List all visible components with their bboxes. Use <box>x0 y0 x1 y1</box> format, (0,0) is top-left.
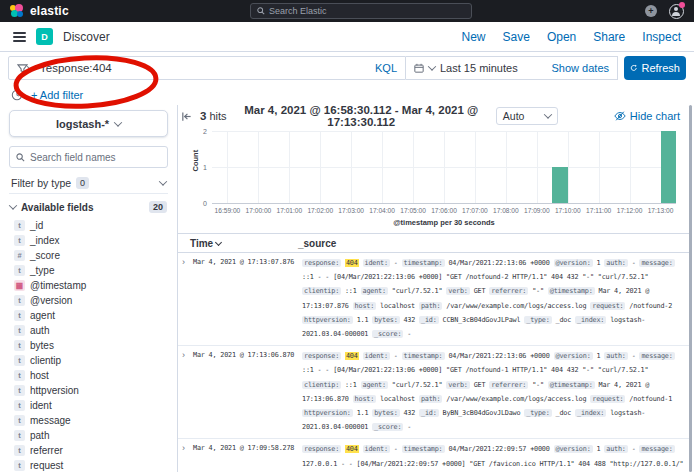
appbar-action-inspect[interactable]: Inspect <box>642 30 681 44</box>
field-search-input[interactable]: Search field names <box>9 146 168 168</box>
field-label-badge: response: <box>302 259 341 267</box>
field-item-request[interactable]: trequest <box>9 458 168 472</box>
field-label-badge: response: <box>302 445 341 453</box>
text-field-icon: t <box>14 385 25 396</box>
field-item-_score[interactable]: #_score <box>9 248 168 263</box>
field-label-badge: timestamp: <box>402 445 445 453</box>
field-item-@timestamp[interactable]: ▦@timestamp <box>9 278 168 293</box>
field-item-path[interactable]: tpath <box>9 428 168 443</box>
appbar-action-save[interactable]: Save <box>503 30 530 44</box>
row-source: response: 404 ident: - timestamp: 04/Mar… <box>302 442 689 472</box>
appbar-action-open[interactable]: Open <box>547 30 576 44</box>
discover-app-badge[interactable]: D <box>36 28 53 45</box>
table-row[interactable]: ›Mar 4, 2021 @ 17:13:06.870response: 404… <box>178 346 689 439</box>
hide-chart-button[interactable]: Hide chart <box>614 110 680 122</box>
row-source: response: 404 ident: - timestamp: 04/Mar… <box>302 349 689 434</box>
index-pattern-select[interactable]: logstash-* <box>9 110 168 137</box>
y-axis-label: Count <box>191 150 200 172</box>
expand-row-icon[interactable]: › <box>178 256 193 341</box>
top-nav: elastic Search Elastic + <box>0 0 694 22</box>
filter-by-type-button[interactable]: Filter by type 0 <box>9 172 168 194</box>
histogram-bar[interactable] <box>661 131 676 203</box>
field-label-badge: httpversion: <box>302 409 353 417</box>
field-label-badge: verb: <box>446 381 469 389</box>
field-label-badge: referrer: <box>489 381 528 389</box>
appbar-actions: NewSaveOpenShareInspect <box>462 30 681 44</box>
field-label-badge: httpversion: <box>302 316 353 324</box>
field-label-badge: message: <box>639 445 674 453</box>
field-item-_id[interactable]: t_id <box>9 218 168 233</box>
calendar-icon[interactable] <box>414 63 424 73</box>
field-item-ident[interactable]: tident <box>9 398 168 413</box>
field-label-badge: bytes: <box>372 409 399 417</box>
saved-query-clock-icon[interactable] <box>11 89 23 101</box>
field-search-placeholder: Search field names <box>30 152 116 163</box>
field-item-_type[interactable]: t_type <box>9 263 168 278</box>
field-item-httpversion[interactable]: thttpversion <box>9 383 168 398</box>
field-name: httpversion <box>30 385 79 396</box>
field-name: path <box>30 430 49 441</box>
field-name: referrer <box>30 445 63 456</box>
filter-icon[interactable] <box>17 63 28 74</box>
time-column-header[interactable]: Time <box>178 238 298 249</box>
user-avatar[interactable] <box>669 4 684 19</box>
field-item-bytes[interactable]: tbytes <box>9 338 168 353</box>
brand-text: elastic <box>30 4 69 18</box>
content: logstash-* Search field names Filter by … <box>0 105 694 472</box>
field-label-badge: clientip: <box>302 287 341 295</box>
field-item-host[interactable]: thost <box>9 368 168 383</box>
field-name: @timestamp <box>30 280 86 291</box>
histogram-chart: Count @timestamp per 30 seconds 16:59:00… <box>178 127 694 233</box>
text-field-icon: t <box>14 400 25 411</box>
query-input[interactable]: response:404 KQL <box>8 56 406 80</box>
expand-row-icon[interactable]: › <box>178 442 193 472</box>
field-item-agent[interactable]: tagent <box>9 308 168 323</box>
chevron-down-icon <box>9 201 17 209</box>
global-search-input[interactable]: Search Elastic <box>250 3 472 19</box>
field-name: @version <box>30 295 72 306</box>
field-label-badge: agent: <box>361 381 388 389</box>
time-range-value[interactable]: Last 15 minutes <box>440 62 518 74</box>
help-icon[interactable]: + <box>645 5 657 17</box>
date-picker[interactable]: Last 15 minutes Show dates <box>406 56 618 80</box>
field-label-badge: @timestamp: <box>548 381 595 389</box>
appbar-action-share[interactable]: Share <box>593 30 625 44</box>
interval-select[interactable]: Auto <box>496 107 558 125</box>
field-label-badge: timestamp: <box>402 259 445 267</box>
available-fields-header[interactable]: Available fields 20 <box>9 201 168 213</box>
field-item-message[interactable]: tmessage <box>9 413 168 428</box>
x-tick-label: 16:59:00 <box>215 207 241 214</box>
field-item-referrer[interactable]: treferrer <box>9 443 168 458</box>
highlighted-value: 404 <box>345 445 359 453</box>
text-field-icon: t <box>14 265 25 276</box>
query-language-button[interactable]: KQL <box>375 62 397 74</box>
refresh-label: Refresh <box>641 62 680 74</box>
show-dates-button[interactable]: Show dates <box>552 62 609 74</box>
field-item-_index[interactable]: t_index <box>9 233 168 248</box>
main-panel: 3 hits Mar 4, 2021 @ 16:58:30.112 - Mar … <box>178 105 694 472</box>
field-label-badge: request: <box>590 395 625 403</box>
vertical-scrollbar[interactable] <box>689 105 692 472</box>
field-item-clientip[interactable]: tclientip <box>9 353 168 368</box>
field-item-auth[interactable]: tauth <box>9 323 168 338</box>
text-field-icon: t <box>14 340 25 351</box>
field-item-@version[interactable]: t@version <box>9 293 168 308</box>
table-row[interactable]: ›Mar 4, 2021 @ 17:09:58.278response: 404… <box>178 439 689 472</box>
query-text[interactable]: response:404 <box>42 62 112 74</box>
elastic-logo-icon[interactable] <box>10 4 24 18</box>
gridline <box>212 167 676 168</box>
menu-icon[interactable] <box>13 32 26 42</box>
x-tick-label: 17:13:00 <box>648 207 674 214</box>
field-label-badge: host: <box>353 395 376 403</box>
x-tick-label: 17:08:00 <box>493 207 519 214</box>
field-label-badge: auth: <box>604 352 627 360</box>
table-row[interactable]: ›Mar 4, 2021 @ 17:13:07.876response: 404… <box>178 253 689 346</box>
documents-table: Time _source ›Mar 4, 2021 @ 17:13:07.876… <box>178 233 689 472</box>
add-filter-button[interactable]: + Add filter <box>31 89 83 101</box>
search-icon <box>257 7 265 15</box>
refresh-button[interactable]: Refresh <box>624 56 686 80</box>
appbar-action-new[interactable]: New <box>462 30 486 44</box>
collapse-sidebar-icon[interactable] <box>181 111 192 122</box>
histogram-bar[interactable] <box>552 167 567 203</box>
expand-row-icon[interactable]: › <box>178 349 193 434</box>
